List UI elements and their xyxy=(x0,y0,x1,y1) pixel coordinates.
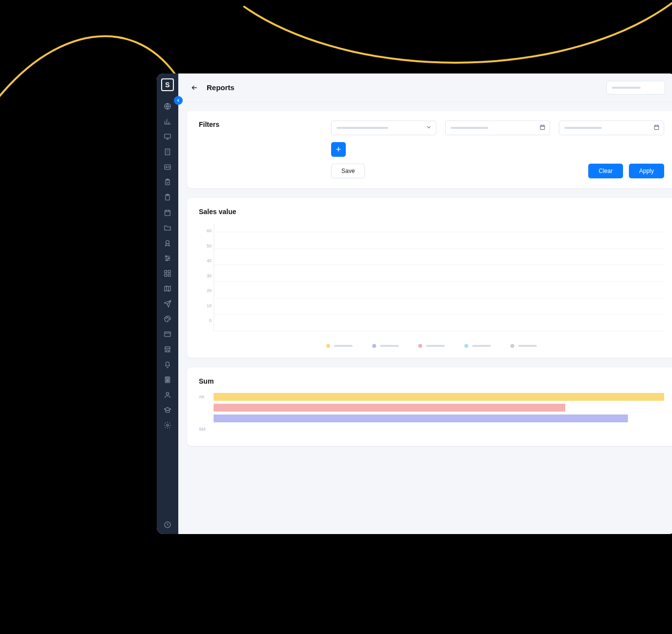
y-tick: 20 xyxy=(207,288,212,293)
y-tick: 50 xyxy=(207,244,212,248)
filters-title: Filters xyxy=(199,121,331,128)
legend-label xyxy=(334,345,353,347)
legend-label xyxy=(426,345,445,347)
sidebar-collapse-toggle[interactable] xyxy=(174,96,183,105)
svg-rect-33 xyxy=(541,125,545,130)
settings-icon[interactable] xyxy=(163,421,172,430)
send-icon[interactable] xyxy=(163,299,172,308)
svg-point-29 xyxy=(168,381,168,382)
svg-rect-23 xyxy=(166,378,168,379)
legend-dot-icon xyxy=(326,344,330,348)
y-tick: 60 xyxy=(207,228,212,233)
apply-button[interactable]: Apply xyxy=(629,164,664,178)
save-button[interactable]: Save xyxy=(331,164,365,178)
svg-rect-1 xyxy=(165,134,170,138)
sales-value-title: Sales value xyxy=(199,208,664,216)
folder-icon[interactable] xyxy=(163,223,172,232)
hbar-label: SM xyxy=(199,427,206,432)
app-logo[interactable]: S xyxy=(161,78,174,91)
y-tick: 0 xyxy=(209,318,212,323)
clipboard-icon[interactable] xyxy=(163,193,172,202)
svg-point-31 xyxy=(167,424,168,426)
legend-label xyxy=(472,345,491,347)
svg-rect-2 xyxy=(165,149,169,155)
svg-point-24 xyxy=(166,380,167,380)
back-button[interactable] xyxy=(189,82,200,93)
sum-card: Sum AKSM xyxy=(187,367,672,446)
palette-icon[interactable] xyxy=(163,315,172,323)
bell-icon[interactable] xyxy=(163,360,172,369)
store-icon[interactable] xyxy=(163,345,172,354)
y-tick: 30 xyxy=(207,273,212,278)
id-icon[interactable] xyxy=(163,163,172,171)
clipboard-check-icon[interactable] xyxy=(163,178,172,187)
grid-icon[interactable] xyxy=(163,269,172,278)
map-icon[interactable] xyxy=(163,284,172,293)
svg-point-25 xyxy=(167,380,168,380)
clear-button[interactable]: Clear xyxy=(588,164,623,178)
add-filter-button[interactable]: + xyxy=(331,142,346,157)
user-icon[interactable] xyxy=(163,390,172,399)
calendar-icon[interactable] xyxy=(163,208,172,217)
window-icon[interactable] xyxy=(163,330,172,339)
monitor-icon[interactable] xyxy=(163,132,172,141)
filter-date-from[interactable] xyxy=(445,121,551,135)
svg-point-19 xyxy=(167,317,168,317)
svg-rect-14 xyxy=(165,270,167,273)
legend-item[interactable] xyxy=(418,344,445,348)
legend-item[interactable] xyxy=(464,344,491,348)
calendar-icon xyxy=(539,123,546,132)
app-window: S xyxy=(157,73,672,534)
svg-point-30 xyxy=(166,392,168,395)
content-scroll: Filters xyxy=(178,102,672,464)
legend-item[interactable] xyxy=(510,344,537,348)
sidebar: S xyxy=(157,73,178,534)
svg-rect-3 xyxy=(165,165,170,169)
page-title: Reports xyxy=(207,83,235,92)
graduation-icon[interactable] xyxy=(163,406,172,415)
page-header: Reports xyxy=(178,73,672,102)
sum-chart: AKSM xyxy=(199,393,664,433)
building-icon[interactable] xyxy=(163,147,172,156)
chevron-down-icon xyxy=(426,123,432,132)
filter-date-to[interactable] xyxy=(559,121,664,135)
legend-dot-icon xyxy=(510,344,514,348)
svg-rect-16 xyxy=(165,274,167,276)
legend-label xyxy=(380,345,399,347)
chart-icon[interactable] xyxy=(163,117,172,126)
legend-label xyxy=(518,345,537,347)
legend-item[interactable] xyxy=(326,344,353,348)
svg-rect-15 xyxy=(168,270,170,273)
filter-select[interactable] xyxy=(331,121,436,135)
svg-point-27 xyxy=(166,381,167,382)
svg-rect-21 xyxy=(165,332,170,336)
hbar[interactable] xyxy=(214,393,664,401)
sum-title: Sum xyxy=(199,377,664,385)
svg-point-20 xyxy=(168,318,169,318)
header-action-pill[interactable] xyxy=(606,81,665,95)
legend-dot-icon xyxy=(372,344,376,348)
legend-dot-icon xyxy=(464,344,468,348)
calculator-icon[interactable] xyxy=(163,375,172,384)
y-tick: 40 xyxy=(207,258,212,263)
sales-value-chart: 0102030405060 xyxy=(199,223,664,331)
legend-dot-icon xyxy=(418,344,422,348)
main-area: Reports Filters xyxy=(178,73,672,534)
svg-rect-9 xyxy=(165,210,170,216)
badge-icon[interactable] xyxy=(163,239,172,247)
svg-point-28 xyxy=(167,381,168,382)
svg-point-26 xyxy=(168,380,168,380)
y-tick: 10 xyxy=(207,303,212,308)
chart-legend xyxy=(199,344,664,348)
svg-rect-17 xyxy=(168,274,170,276)
svg-point-18 xyxy=(166,318,167,318)
hbar[interactable] xyxy=(214,415,628,422)
sales-value-card: Sales value 0102030405060 xyxy=(187,198,672,358)
legend-item[interactable] xyxy=(372,344,399,348)
sliders-icon[interactable] xyxy=(163,254,172,263)
globe-icon[interactable] xyxy=(163,102,172,111)
sidebar-items xyxy=(163,102,172,520)
clock-icon[interactable] xyxy=(163,520,172,529)
hbar[interactable] xyxy=(214,404,565,412)
svg-rect-34 xyxy=(654,125,659,130)
